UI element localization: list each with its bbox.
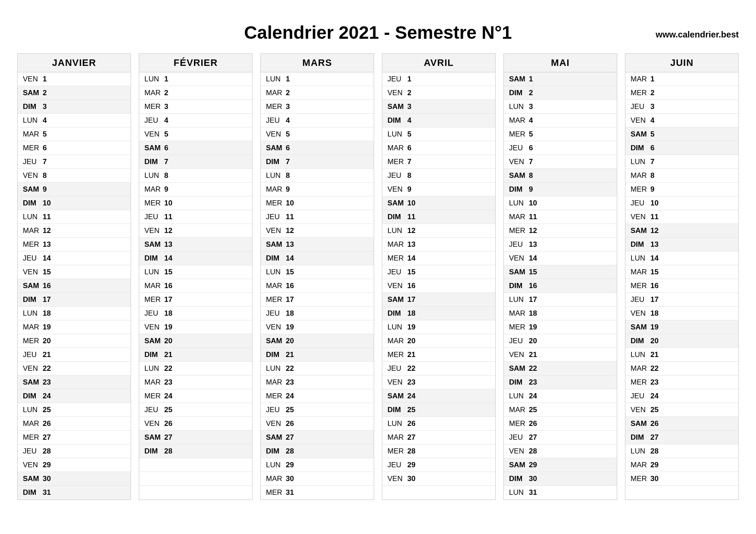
day-number: 26: [529, 419, 542, 428]
day-number: 9: [529, 185, 542, 194]
day-number: 4: [529, 116, 542, 125]
day-row: DIM14: [139, 251, 252, 265]
day-weekday: DIM: [631, 337, 650, 345]
day-weekday: MER: [509, 130, 529, 139]
day-weekday: VEN: [266, 227, 286, 235]
day-weekday: VEN: [631, 116, 650, 125]
day-row: JEU25: [261, 403, 374, 417]
month-header: AVRIL: [382, 54, 495, 72]
day-row: MAR27: [382, 431, 495, 444]
day-weekday: DIM: [266, 254, 286, 263]
day-row: LUN3: [504, 100, 617, 114]
day-number: 24: [529, 392, 542, 400]
day-row: JEU4: [139, 114, 252, 127]
day-row: JEU8: [382, 169, 495, 183]
day-weekday: MAR: [23, 419, 43, 428]
day-number: 13: [164, 240, 177, 249]
day-row: [139, 472, 252, 486]
day-row: DIM7: [139, 155, 252, 169]
day-row: MER30: [625, 472, 738, 486]
day-row: SAM22: [504, 362, 617, 376]
day-weekday: MAR: [509, 213, 529, 221]
day-weekday: VEN: [144, 227, 164, 235]
day-row: DIM18: [382, 307, 495, 320]
day-number: 29: [407, 461, 420, 469]
day-weekday: SAM: [387, 199, 407, 208]
day-row: MER19: [504, 320, 617, 334]
day-number: 5: [650, 130, 663, 139]
day-number: 21: [650, 351, 663, 359]
day-weekday: MAR: [144, 378, 164, 387]
day-row: MER17: [261, 293, 374, 307]
day-row: [625, 486, 738, 500]
day-number: 15: [529, 268, 542, 276]
day-weekday: LUN: [23, 116, 43, 125]
day-number: 22: [529, 364, 542, 373]
day-weekday: MAR: [23, 323, 43, 332]
day-weekday: JEU: [509, 240, 529, 249]
day-number: 30: [529, 475, 542, 483]
day-weekday: MER: [387, 351, 407, 359]
day-row: JEU20: [504, 334, 617, 348]
day-number: 19: [286, 323, 299, 332]
day-row: DIM28: [139, 444, 252, 458]
day-row: VEN14: [504, 251, 617, 265]
day-row: SAM30: [18, 472, 131, 486]
day-weekday: LUN: [509, 295, 529, 304]
day-number: 22: [43, 364, 56, 373]
day-number: 3: [529, 102, 542, 111]
day-row: DIM20: [625, 334, 738, 348]
day-number: 19: [43, 323, 56, 332]
day-row: MER23: [625, 376, 738, 389]
day-row: DIM23: [504, 376, 617, 389]
day-number: 3: [164, 102, 177, 111]
day-number: 8: [529, 171, 542, 180]
day-row: JEU21: [18, 348, 131, 362]
day-number: 27: [43, 433, 56, 442]
day-weekday: MAR: [387, 144, 407, 152]
day-weekday: JEU: [144, 116, 164, 125]
day-number: 4: [650, 116, 663, 125]
day-number: 1: [407, 75, 420, 84]
day-weekday: DIM: [509, 475, 529, 483]
day-number: 23: [650, 378, 663, 387]
day-row: SAM27: [261, 431, 374, 444]
day-row: JEU27: [504, 431, 617, 444]
day-weekday: MER: [144, 102, 164, 111]
day-number: 24: [43, 392, 56, 400]
day-weekday: MAR: [631, 75, 650, 84]
day-row: MAR30: [261, 472, 374, 486]
day-row: LUN8: [261, 169, 374, 183]
day-number: 20: [407, 337, 420, 345]
day-weekday: SAM: [144, 240, 164, 249]
day-number: 28: [407, 447, 420, 456]
day-weekday: MAR: [387, 337, 407, 345]
day-number: 10: [529, 199, 542, 208]
day-row: JEU10: [625, 196, 738, 210]
day-row: VEN4: [625, 114, 738, 127]
day-number: 27: [529, 433, 542, 442]
day-number: 2: [286, 89, 299, 97]
day-weekday: SAM: [266, 144, 286, 152]
day-row: MAR26: [18, 417, 131, 431]
day-number: 17: [43, 295, 56, 304]
day-weekday: SAM: [266, 433, 286, 442]
month-header: JANVIER: [18, 54, 131, 72]
day-row: MER17: [139, 293, 252, 307]
day-weekday: DIM: [387, 116, 407, 125]
day-weekday: LUN: [509, 392, 529, 400]
month-header: FÉVRIER: [139, 54, 252, 72]
day-number: 29: [43, 461, 56, 469]
page-title: Calendrier 2021 - Semestre N°1: [17, 22, 739, 43]
day-weekday: LUN: [266, 461, 286, 469]
header: Calendrier 2021 - Semestre N°1 www.calen…: [17, 13, 739, 43]
day-row: MAR16: [139, 279, 252, 293]
day-weekday: DIM: [509, 282, 529, 290]
day-number: 5: [286, 130, 299, 139]
day-row: MER16: [625, 279, 738, 293]
day-row: VEN25: [625, 403, 738, 417]
day-weekday: MAR: [509, 406, 529, 414]
day-number: 8: [43, 171, 56, 180]
day-number: 16: [529, 282, 542, 290]
day-row: JEU14: [18, 251, 131, 265]
